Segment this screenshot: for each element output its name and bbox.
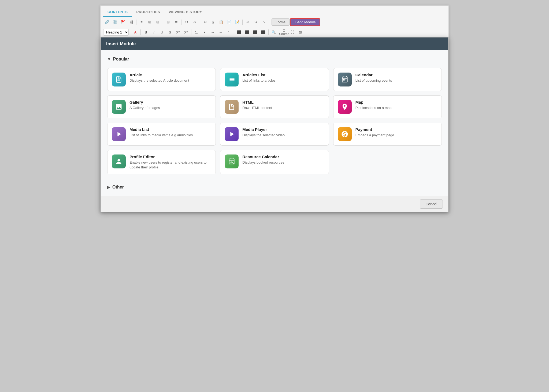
indent-icon[interactable]: → <box>209 28 216 36</box>
cancel-button[interactable]: Cancel <box>420 199 443 209</box>
subscript-icon[interactable]: X2 <box>174 28 182 36</box>
articles-list-title: Articles List <box>242 73 324 77</box>
calendar-title: Calendar <box>355 73 437 77</box>
article-text: Article Displays the selected Article do… <box>129 73 211 83</box>
redo-icon[interactable]: ↪ <box>252 18 259 26</box>
align-left-icon[interactable]: ⬛ <box>235 28 243 36</box>
popular-section-label: Popular <box>113 57 129 62</box>
strikethrough-icon[interactable]: S <box>166 28 174 36</box>
html-icon <box>225 100 239 114</box>
module-card-map[interactable]: Map Plot locations on a map <box>333 95 442 118</box>
table-icon[interactable]: ⊟ <box>154 18 161 26</box>
html-text: HTML Raw HTML content <box>242 100 324 110</box>
align-right-icon[interactable]: ⬛ <box>251 28 259 36</box>
profile-editor-desc: Enable new users to register and existin… <box>129 160 211 170</box>
superscript-icon[interactable]: X2 <box>182 28 190 36</box>
popular-section-header[interactable]: ▼ Popular <box>106 53 443 65</box>
calendar-icon <box>338 73 352 86</box>
other-chevron-icon: ▶ <box>107 185 110 189</box>
fullscreen-icon[interactable]: ⛶ <box>288 28 296 36</box>
italic-clear-icon[interactable]: Ix <box>260 18 268 26</box>
table2-icon[interactable]: ⊞ <box>164 18 172 26</box>
toolbar-top: CONTENTS PROPERTIES VIEWING HISTORY 🔗 ⛓️… <box>101 6 448 37</box>
module-card-payment[interactable]: Payment Embeds a payment page <box>333 123 442 146</box>
blockquote-icon[interactable]: " <box>225 28 232 36</box>
module-grid: Article Displays the selected Article do… <box>106 65 443 180</box>
italic-icon[interactable]: I <box>150 28 158 36</box>
html-title: HTML <box>242 100 324 104</box>
modal-title: Insert Module <box>106 41 136 46</box>
modal-body: ▼ Popular Article Displays the selected … <box>101 50 448 196</box>
search-icon[interactable]: 🔍 <box>270 28 277 36</box>
other-section: ▶ Other <box>106 181 443 193</box>
module-card-resource-calendar[interactable]: Resource Calendar Displays booked resour… <box>220 150 329 174</box>
unlink-icon[interactable]: ⛓️ <box>111 18 119 26</box>
heading-select[interactable]: Heading 1 Heading 2 Heading 3 Paragraph <box>103 29 129 36</box>
payment-text: Payment Embeds a payment page <box>355 127 437 138</box>
align-justify-icon[interactable]: ⬛ <box>259 28 267 36</box>
map-desc: Plot locations on a map <box>355 105 437 110</box>
image-icon[interactable]: 🖼 <box>127 18 135 26</box>
module-card-media-list[interactable]: Media List List of links to media items … <box>107 123 216 146</box>
unordered-list-icon[interactable]: • <box>201 28 208 36</box>
list2-icon[interactable]: ⊞ <box>146 18 153 26</box>
emoji-icon[interactable]: ☺ <box>191 18 198 26</box>
undo-icon[interactable]: ↩ <box>244 18 251 26</box>
bold-icon[interactable]: B <box>142 28 150 36</box>
html-desc: Raw HTML content <box>242 105 324 110</box>
module-card-calendar[interactable]: Calendar List of upcoming events <box>333 68 442 91</box>
module-card-media-player[interactable]: Media Player Displays the selected video <box>220 123 329 146</box>
tab-properties[interactable]: PROPERTIES <box>132 8 165 17</box>
tab-contents[interactable]: CONTENTS <box>103 8 132 17</box>
align-icon[interactable]: ≣ <box>172 18 180 26</box>
ordered-list-icon[interactable]: 1. <box>193 28 200 36</box>
editor-wrapper: CONTENTS PROPERTIES VIEWING HISTORY 🔗 ⛓️… <box>100 5 449 212</box>
module-card-articles-list[interactable]: Articles List List of links to articles <box>220 68 329 91</box>
gallery-desc: A Gallery of Images <box>129 105 211 110</box>
preview-icon[interactable]: ⊡ <box>296 28 304 36</box>
module-card-profile-editor[interactable]: Profile Editor Enable new users to regis… <box>107 150 216 174</box>
media-list-icon <box>112 127 126 141</box>
omega-icon[interactable]: Ω <box>183 18 190 26</box>
paste2-icon[interactable]: 📄 <box>225 18 233 26</box>
module-card-html[interactable]: HTML Raw HTML content <box>220 95 329 118</box>
cut-icon[interactable]: ✂ <box>201 18 209 26</box>
list1-icon[interactable]: ≡ <box>138 18 145 26</box>
sep11 <box>268 29 269 35</box>
toolbar-row1: 🔗 ⛓️ 🚩 🖼 ≡ ⊞ ⊟ ⊞ ≣ Ω ☺ ✂ ⎘ 📋 📄 📝 ↩ ↪ Ix <box>103 17 446 27</box>
media-player-text: Media Player Displays the selected video <box>242 127 324 138</box>
profile-editor-title: Profile Editor <box>129 154 211 159</box>
media-player-desc: Displays the selected video <box>242 133 324 138</box>
articles-list-text: Articles List List of links to articles <box>242 73 324 83</box>
outdent-icon[interactable]: ← <box>217 28 224 36</box>
media-list-text: Media List List of links to media items … <box>129 127 211 138</box>
map-text: Map Plot locations on a map <box>355 100 437 110</box>
gallery-icon <box>112 100 126 114</box>
copy-icon[interactable]: ⎘ <box>209 18 217 26</box>
calendar-text: Calendar List of upcoming events <box>355 73 437 83</box>
modal-header: Insert Module <box>101 37 448 50</box>
underline-icon[interactable]: U <box>158 28 166 36</box>
sep3 <box>181 20 181 25</box>
add-module-button[interactable]: + Add Module <box>290 18 320 26</box>
module-card-gallery[interactable]: Gallery A Gallery of Images <box>107 95 216 118</box>
source-icon[interactable]: ◻ Source <box>280 28 288 36</box>
module-card-article[interactable]: Article Displays the selected Article do… <box>107 68 216 91</box>
font-color-icon[interactable]: A <box>132 28 139 36</box>
link-icon[interactable]: 🔗 <box>103 18 111 26</box>
resource-calendar-icon <box>225 154 239 168</box>
article-title: Article <box>129 73 211 77</box>
resource-calendar-text: Resource Calendar Displays booked resour… <box>242 154 324 165</box>
other-section-header[interactable]: ▶ Other <box>106 181 443 193</box>
tabs-row: CONTENTS PROPERTIES VIEWING HISTORY <box>103 6 446 17</box>
payment-desc: Embeds a payment page <box>355 133 437 138</box>
forms-button[interactable]: Forms <box>272 18 290 26</box>
paste-icon[interactable]: 📋 <box>217 18 225 26</box>
flag-icon[interactable]: 🚩 <box>119 18 127 26</box>
tab-viewing-history[interactable]: VIEWING HISTORY <box>164 8 206 17</box>
sep4 <box>200 20 200 25</box>
resource-calendar-desc: Displays booked resources <box>242 160 324 165</box>
paste3-icon[interactable]: 📝 <box>233 18 241 26</box>
article-desc: Displays the selected Article document <box>129 78 211 83</box>
align-center-icon[interactable]: ⬛ <box>243 28 251 36</box>
